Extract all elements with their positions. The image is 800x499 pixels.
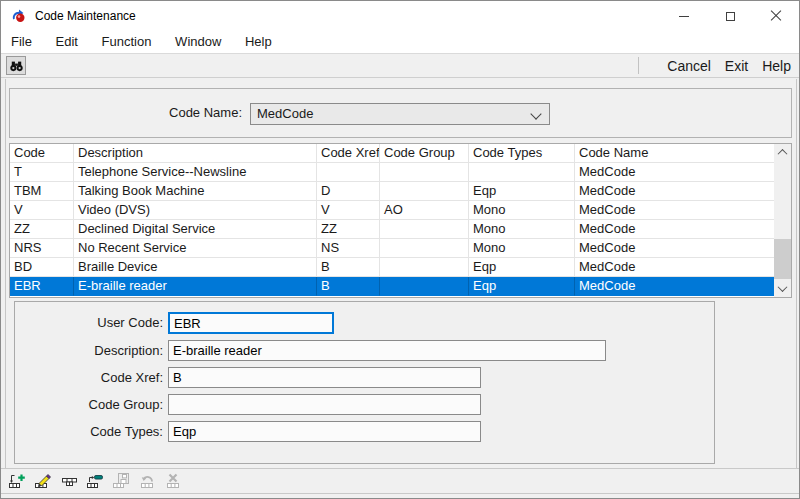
table-cell: ZZ: [10, 220, 74, 239]
maximize-icon: [726, 12, 735, 21]
table-cell: B: [317, 258, 380, 277]
table-cell: [380, 163, 469, 182]
code-types-label: Code Types:: [15, 421, 163, 443]
maximize-button[interactable]: [707, 1, 753, 31]
table-cell: V: [10, 201, 74, 220]
add-record-icon: [9, 473, 27, 489]
description-label: Description:: [15, 340, 163, 362]
table-cell: AO: [380, 201, 469, 220]
table-cell: MedCode: [575, 163, 776, 182]
table-cell: [380, 239, 469, 258]
table-cell: Video (DVS): [74, 201, 317, 220]
close-button[interactable]: [753, 1, 799, 31]
save-record-icon: [113, 473, 131, 489]
table-cell: Mono: [469, 201, 575, 220]
app-logo-icon: [11, 8, 27, 24]
table-header-row: CodeDescriptionCode XrefCode GroupCode T…: [10, 144, 791, 163]
scroll-up-icon[interactable]: [774, 144, 791, 161]
scrollbar-thumb[interactable]: [774, 239, 791, 279]
table-cell: Declined Digital Service: [74, 220, 317, 239]
table-cell: V: [317, 201, 380, 220]
menu-item-window[interactable]: Window: [165, 31, 231, 53]
scroll-down-icon[interactable]: [774, 280, 791, 297]
post-record-button[interactable]: [60, 472, 79, 490]
app-window: Code Maintenance File Edit Function Wind…: [0, 0, 800, 499]
toolbar: Cancel Exit Help: [1, 53, 799, 78]
table-row[interactable]: TBMTalking Book MachineDEqpMedCode: [10, 182, 791, 201]
undo-record-icon: [139, 473, 157, 489]
minimize-button[interactable]: [661, 1, 707, 31]
table-cell: [380, 182, 469, 201]
minimize-icon: [679, 16, 689, 17]
code-group-label: Code Group:: [15, 394, 163, 416]
exit-button[interactable]: Exit: [725, 58, 748, 74]
table-cell: NRS: [10, 239, 74, 258]
table-row[interactable]: TTelephone Service--NewslineMedCode: [10, 163, 791, 182]
user-code-field[interactable]: [168, 312, 334, 334]
menu-item-function[interactable]: Function: [92, 31, 162, 53]
table-cell: [317, 163, 380, 182]
cancel-record-icon: [165, 473, 183, 489]
code-name-combobox[interactable]: MedCode: [250, 103, 550, 125]
code-group-field[interactable]: [168, 394, 481, 415]
table-cell: D: [317, 182, 380, 201]
post-record-icon: [61, 473, 79, 489]
column-header[interactable]: Code Group: [380, 144, 469, 163]
table-cell: [469, 163, 575, 182]
user-code-label: User Code:: [15, 312, 163, 334]
menu-item-edit[interactable]: Edit: [46, 31, 88, 53]
delete-record-button[interactable]: [86, 472, 105, 490]
table-cell: MedCode: [575, 220, 776, 239]
edit-record-button[interactable]: [34, 472, 53, 490]
column-header[interactable]: Description: [74, 144, 317, 163]
table-row[interactable]: ZZDeclined Digital ServiceZZMonoMedCode: [10, 220, 791, 239]
code-table: CodeDescriptionCode XrefCode GroupCode T…: [9, 143, 792, 298]
table-cell: EBR: [10, 277, 74, 296]
toolbar-separator: [638, 57, 639, 74]
table-cell: BD: [10, 258, 74, 277]
cancel-record-button[interactable]: [164, 472, 183, 490]
table-cell: T: [10, 163, 74, 182]
table-body: TTelephone Service--NewslineMedCodeTBMTa…: [10, 163, 791, 296]
undo-record-button[interactable]: [138, 472, 157, 490]
close-icon: [770, 10, 782, 22]
find-button[interactable]: [6, 56, 26, 75]
table-cell: MedCode: [575, 239, 776, 258]
table-cell: ZZ: [317, 220, 380, 239]
table-cell: Telephone Service--Newsline: [74, 163, 317, 182]
delete-record-icon: [87, 473, 105, 489]
table-cell: NS: [317, 239, 380, 258]
menu-item-help[interactable]: Help: [235, 31, 282, 53]
column-header[interactable]: Code Xref: [317, 144, 380, 163]
chevron-down-icon: [530, 108, 541, 119]
table-row[interactable]: VVideo (DVS)VAOMonoMedCode: [10, 201, 791, 220]
table-row[interactable]: NRSNo Recent ServiceNSMonoMedCode: [10, 239, 791, 258]
table-cell: Eqp: [469, 182, 575, 201]
table-row[interactable]: BDBraille DeviceBEqpMedCode: [10, 258, 791, 277]
description-field[interactable]: [168, 340, 606, 361]
cancel-button[interactable]: Cancel: [667, 58, 711, 74]
column-header[interactable]: Code Name: [575, 144, 776, 163]
menu-item-file[interactable]: File: [1, 31, 42, 53]
vertical-scrollbar[interactable]: [774, 144, 791, 297]
code-name-value: MedCode: [257, 106, 313, 121]
column-header[interactable]: Code: [10, 144, 74, 163]
table-cell: [380, 258, 469, 277]
save-record-button[interactable]: [112, 472, 131, 490]
code-xref-field[interactable]: [168, 367, 481, 388]
help-button[interactable]: Help: [762, 58, 791, 74]
table-cell: MedCode: [575, 277, 776, 296]
record-detail-panel: User Code: Description: Code Xref: Code …: [14, 301, 715, 464]
column-header[interactable]: Code Types: [469, 144, 575, 163]
table-cell: MedCode: [575, 201, 776, 220]
window-title: Code Maintenance: [35, 1, 136, 31]
table-cell: Talking Book Machine: [74, 182, 317, 201]
table-cell: No Recent Service: [74, 239, 317, 258]
table-cell: Mono: [469, 239, 575, 258]
edit-record-icon: [35, 473, 53, 489]
add-record-button[interactable]: [8, 472, 27, 490]
record-toolbar: [1, 468, 799, 494]
code-types-field[interactable]: [168, 421, 481, 442]
table-cell: Eqp: [469, 258, 575, 277]
table-row[interactable]: EBRE-braille readerBEqpMedCode: [10, 277, 791, 296]
